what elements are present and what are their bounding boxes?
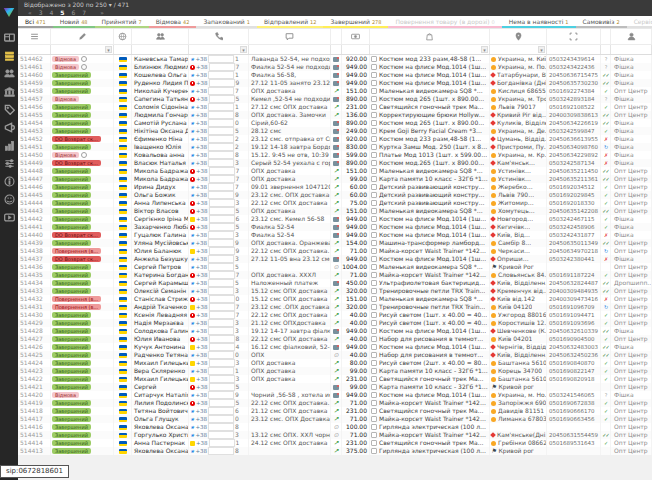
table-row[interactable]: 514454 Завершений Самотій Руслана Во… ★ … bbox=[18, 119, 652, 127]
table-row[interactable]: 514438 Повернення (в... Юлия Баланюк +38… bbox=[18, 247, 652, 255]
table-row[interactable]: 514427 Завершений Юлия Иванова +38 8 22.… bbox=[18, 335, 652, 343]
filter-price[interactable] bbox=[342, 45, 370, 54]
table-row[interactable]: 514459 Завершений Руденко Лидия Пав… +38… bbox=[18, 79, 652, 87]
support-icon[interactable] bbox=[3, 193, 15, 205]
table-row[interactable]: 514426 Завершений Кучук Антонина +38 4 1… bbox=[18, 343, 652, 351]
page-number[interactable]: 4 bbox=[50, 9, 54, 16]
page-number[interactable]: 5 bbox=[60, 9, 64, 16]
status-tab[interactable]: Самовивіз2 bbox=[576, 16, 627, 28]
status-tab[interactable]: Сервіси0 bbox=[627, 16, 652, 28]
table-row[interactable]: 514441 Завершений Захарченко Люба +38 5 … bbox=[18, 223, 652, 231]
table-row[interactable]: 514424 Завершений Михаил Гилецький +38 3… bbox=[18, 359, 652, 367]
table-row[interactable]: 514462 Відмова Каневська Тамара … ★ +38 … bbox=[18, 55, 652, 63]
table-row[interactable]: 514418 Завершений Тетяна Войтович ★ +38 … bbox=[18, 407, 652, 415]
table-row[interactable]: 514460 Завершений Кошелева Ольга Ар… ★ +… bbox=[18, 71, 652, 79]
filter-client[interactable] bbox=[132, 45, 189, 54]
filter-dropdown-icon[interactable]: ▾ bbox=[240, 46, 247, 53]
status-tab[interactable]: Нема в наявності1 bbox=[502, 16, 576, 28]
filter-manager[interactable] bbox=[611, 45, 652, 54]
settings-icon[interactable] bbox=[3, 157, 15, 169]
status-tab[interactable]: Прийнятий7 bbox=[95, 16, 149, 28]
status-tab[interactable]: Повернення товару (в дорозі)0 bbox=[388, 16, 501, 28]
filter-tracking[interactable] bbox=[547, 45, 601, 54]
page-number[interactable]: 7 bbox=[82, 9, 86, 16]
table-row[interactable]: 514458 Завершений Николай Кучеренко ★ +3… bbox=[18, 87, 652, 95]
company-icon[interactable] bbox=[3, 85, 15, 97]
filter-status[interactable]: ▾ bbox=[51, 45, 114, 54]
filter-comment[interactable] bbox=[249, 45, 331, 54]
table-row[interactable]: 514451 Завершений Іващенко Юлія ★ +38 2 … bbox=[18, 143, 652, 151]
table-row[interactable]: 514445 Завершений Ольга Божик ★ +38 9 23… bbox=[18, 191, 652, 199]
table-row[interactable]: 514423 Завершений Вера Скляренко ★ +38 1… bbox=[18, 367, 652, 375]
id-column-icon[interactable] bbox=[18, 29, 51, 44]
table-row[interactable]: 514455 Завершений Людмила Гончарова ★ +3… bbox=[18, 111, 652, 119]
status-tab[interactable]: Відмова42 bbox=[149, 16, 197, 28]
filter-dropdown-icon[interactable]: ▾ bbox=[105, 46, 112, 53]
table-row[interactable]: 514420 Відмова Ситарчук Наталія Гр… ★ +3… bbox=[18, 391, 652, 399]
table-row[interactable]: 514430 Завершений Ксенія Левадняя +38 7 … bbox=[18, 311, 652, 319]
tracking-column-icon[interactable] bbox=[547, 29, 601, 44]
page-number[interactable]: 3 bbox=[39, 9, 43, 16]
clients-icon[interactable] bbox=[3, 67, 15, 79]
table-row[interactable]: 514456 Завершений Соломія Сідоніна ★ +38… bbox=[18, 103, 652, 111]
status-tab[interactable]: Всі471 bbox=[18, 16, 53, 28]
manager-column-icon[interactable] bbox=[611, 29, 652, 44]
filter-address[interactable]: ▾ bbox=[490, 45, 547, 54]
table-row[interactable]: 514444 Завершений Анна Липенська +38 3 2… bbox=[18, 199, 652, 207]
product-column-icon[interactable] bbox=[370, 29, 490, 44]
products-icon[interactable] bbox=[3, 103, 15, 115]
table-row[interactable]: 514440 DO Возврат ск... Гуцалюк Галина ★… bbox=[18, 231, 652, 239]
filter-product[interactable]: ▾ bbox=[370, 45, 490, 54]
phone-column-icon[interactable] bbox=[189, 29, 249, 44]
table-row[interactable]: 514414 Завершений Анна Пастернак +38 1 2… bbox=[18, 439, 652, 447]
status-tab[interactable]: Новий48 bbox=[53, 16, 95, 28]
table-row[interactable]: 514419 Завершений Лилия Подолинская +38 … bbox=[18, 399, 652, 407]
address-column-icon[interactable] bbox=[490, 29, 547, 44]
table-row[interactable]: 514428 Завершений Солодкова Галина В… ★ … bbox=[18, 327, 652, 335]
table-row[interactable]: 514448 Завершений Микола Бадражан +38 7 … bbox=[18, 167, 652, 175]
status-tab[interactable]: Запакований1 bbox=[196, 16, 257, 28]
filter-dropdown-icon[interactable]: ▾ bbox=[481, 46, 488, 53]
reports-icon[interactable] bbox=[3, 139, 15, 151]
info-icon[interactable] bbox=[3, 175, 15, 187]
table-row[interactable]: 514450 Відмова Ковальова анна ★ +38 8 15… bbox=[18, 151, 652, 159]
table-row[interactable]: 514421 Завершений Сергей +38 5 99.00 Кар… bbox=[18, 383, 652, 391]
table-row[interactable]: 514417 Завершений Ольга Глущук ★ +38 0 2… bbox=[18, 415, 652, 423]
table-row[interactable]: 514425 Завершений Радченко Тетяна ★ +38 … bbox=[18, 351, 652, 359]
filter-country[interactable] bbox=[114, 45, 132, 54]
table-row[interactable]: 514447 Завершений Микола Бадражан +38 7 … bbox=[18, 175, 652, 183]
table-row[interactable]: 514433 Завершений Олексій Семанін ★ +38 … bbox=[18, 287, 652, 295]
table-row[interactable]: 514416 Завершений Яковлева Оксана ★ +38 … bbox=[18, 423, 652, 431]
status-column-icon[interactable] bbox=[51, 29, 114, 44]
table-row[interactable]: 514453 Завершений Нікітіна Оксана Дми… ★… bbox=[18, 127, 652, 135]
table-row[interactable]: 514431 Повернення (в... Андрій Ткаченко … bbox=[18, 303, 652, 311]
dashboard-icon[interactable] bbox=[3, 31, 15, 43]
table-row[interactable]: 514435 Завершений Катерина Богданова +38… bbox=[18, 271, 652, 279]
filter-dropdown-icon[interactable]: ▾ bbox=[538, 46, 545, 53]
table-row[interactable]: 514452 DO Возврат ск... Єфименко Ніна ★ … bbox=[18, 135, 652, 143]
status-tab[interactable]: Відправлений12 bbox=[257, 16, 324, 28]
table-row[interactable]: 514442 Завершений Сергієнко Іріна Ми… +3… bbox=[18, 215, 652, 223]
client-column-icon[interactable] bbox=[132, 29, 189, 44]
table-row[interactable]: 514437 DO Возврат ск... Анжела Безушку ★… bbox=[18, 255, 652, 263]
table-row[interactable]: 514436 Завершений Сергей Петров ★ +38 5 … bbox=[18, 263, 652, 271]
table-row[interactable]: 514413 Завершений Яковлева Оксана ★ +38 … bbox=[18, 447, 652, 455]
table-row[interactable]: 514446 Завершений Ирина Дидух ★ +38 7 09… bbox=[18, 183, 652, 191]
orders-icon[interactable] bbox=[3, 49, 15, 61]
status-tab[interactable]: Завершений278 bbox=[323, 16, 388, 28]
country-column-icon[interactable] bbox=[114, 29, 132, 44]
table-row[interactable]: 514443 Завершений Віктор Власов +38 5 ОП… bbox=[18, 207, 652, 215]
page-number[interactable]: 6 bbox=[72, 9, 76, 16]
video-icon[interactable] bbox=[3, 211, 15, 223]
filter-phone[interactable]: ▾ bbox=[189, 45, 249, 54]
table-row[interactable]: 514461 Відмова Близнюк Людмила … +38 7 Ф… bbox=[18, 63, 652, 71]
comment-column-icon[interactable] bbox=[249, 29, 331, 44]
page-size-dropdown[interactable]: ▾ bbox=[109, 1, 112, 8]
table-row[interactable]: 514449 DO Возврат ск... Власюк Наталья ★… bbox=[18, 159, 652, 167]
filter-id[interactable] bbox=[18, 45, 51, 54]
price-column-icon[interactable] bbox=[342, 29, 370, 44]
marketing-icon[interactable] bbox=[3, 121, 15, 133]
table-row[interactable]: 514422 Завершений Михаил Гилецький +38 3… bbox=[18, 375, 652, 383]
table-row[interactable]: 514432 Повернення (в... Станіслав Стрижа… bbox=[18, 295, 652, 303]
table-row[interactable]: 514457 Відмова Сапегина Татьяна С… +38 5… bbox=[18, 95, 652, 103]
